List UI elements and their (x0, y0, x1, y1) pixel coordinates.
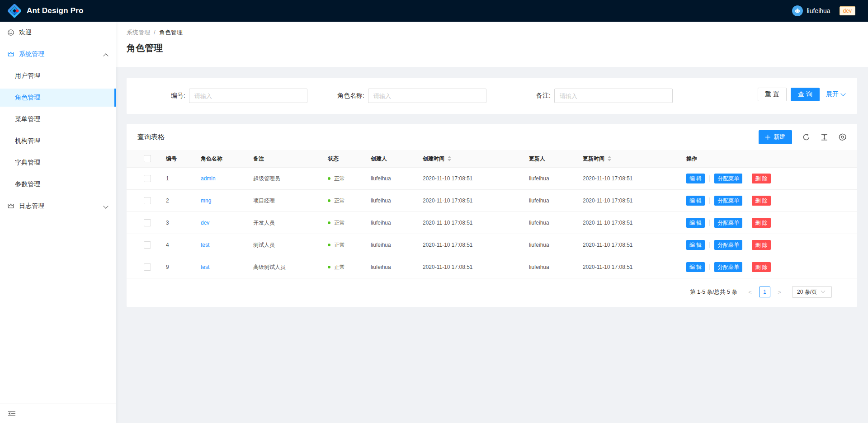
sidebar-item-system-mgmt[interactable]: 系统管理 (0, 45, 116, 63)
edit-button[interactable]: 编 辑 (686, 196, 705, 206)
pagination: 第 1-5 条/总共 5 条 < 1 > 20 条/页 (127, 287, 857, 297)
role-name-input[interactable] (368, 89, 486, 103)
assign-menu-button[interactable]: 分配菜单 (714, 174, 742, 183)
sidebar-footer (0, 404, 116, 423)
row-checkbox[interactable] (144, 175, 151, 182)
sidebar-item-dict-mgmt[interactable]: 字典管理 (0, 154, 116, 172)
sorter-icon[interactable] (608, 156, 611, 161)
edit-button[interactable]: 编 辑 (686, 240, 705, 250)
settings-gear-icon[interactable] (839, 133, 846, 141)
remark-input[interactable] (554, 89, 673, 103)
query-button[interactable]: 查 询 (791, 88, 820, 101)
page-size-select[interactable]: 20 条/页 (792, 286, 832, 298)
field-label: 角色名称: (316, 92, 368, 100)
menu-fold-icon[interactable] (7, 409, 16, 418)
breadcrumb-item[interactable]: 系统管理 (127, 29, 150, 36)
new-button[interactable]: 新建 (759, 130, 792, 144)
cell-creator: liufeihua (371, 197, 423, 204)
breadcrumb-separator: / (154, 29, 156, 36)
action-divider (747, 220, 747, 226)
avatar[interactable] (792, 5, 803, 16)
cell-id: 1 (166, 175, 201, 182)
assign-menu-button[interactable]: 分配菜单 (714, 218, 742, 228)
plus-icon (765, 135, 770, 140)
cell-create-time: 2020-11-10 17:08:51 (423, 197, 529, 204)
breadcrumb-item-current: 角色管理 (159, 29, 183, 36)
status-text: 正常 (334, 219, 345, 227)
sidebar-item-label: 欢迎 (19, 28, 32, 37)
sidebar-item-org-mgmt[interactable]: 机构管理 (0, 132, 116, 150)
edit-button[interactable]: 编 辑 (686, 218, 705, 228)
chevron-down-icon (841, 92, 845, 96)
cell-creator: liufeihua (371, 242, 423, 248)
id-input[interactable] (189, 89, 307, 103)
reset-button[interactable]: 重 置 (758, 88, 787, 101)
chevron-down-icon (821, 289, 826, 293)
search-field-remark: 备注: (505, 89, 673, 103)
assign-menu-button[interactable]: 分配菜单 (714, 240, 742, 250)
sorter-icon[interactable] (448, 156, 451, 161)
crown-icon (8, 51, 14, 57)
column-header-create-time[interactable]: 创建时间 (423, 155, 529, 163)
row-checkbox[interactable] (144, 241, 151, 249)
expand-link[interactable]: 展开 (826, 90, 845, 99)
row-checkbox[interactable] (144, 263, 151, 271)
assign-menu-button[interactable]: 分配菜单 (714, 196, 742, 206)
cell-status: 正常 (328, 197, 371, 205)
sidebar-item-param-mgmt[interactable]: 参数管理 (0, 175, 116, 193)
row-checkbox[interactable] (144, 197, 151, 204)
delete-button[interactable]: 删 除 (752, 240, 770, 250)
status-text: 正常 (334, 197, 345, 205)
cell-role-name-link[interactable]: test (201, 264, 253, 270)
next-page-icon[interactable]: > (774, 287, 785, 297)
status-text: 正常 (334, 175, 345, 183)
field-label: 编号: (137, 92, 189, 100)
cell-updater: liufeihua (529, 220, 583, 226)
sidebar-item-user-mgmt[interactable]: 用户管理 (0, 67, 116, 85)
cell-create-time: 2020-11-10 17:08:51 (423, 242, 529, 248)
row-checkbox[interactable] (144, 219, 151, 226)
sidebar-item-menu-mgmt[interactable]: 菜单管理 (0, 110, 116, 128)
column-height-icon[interactable] (821, 133, 828, 141)
prev-page-icon[interactable]: < (745, 287, 755, 297)
table-title: 查询表格 (137, 133, 165, 141)
cell-role-name-link[interactable]: mng (201, 197, 253, 204)
cell-actions: 编 辑 分配菜单 删 除 (686, 262, 857, 272)
table-row: 3 dev 开发人员 正常 liufeihua 2020-11-10 17:08… (127, 212, 857, 234)
edit-button[interactable]: 编 辑 (686, 262, 705, 272)
action-divider (709, 220, 710, 226)
delete-button[interactable]: 删 除 (752, 174, 770, 183)
column-header-update-time[interactable]: 更新时间 (583, 155, 686, 163)
cell-status: 正常 (328, 219, 371, 227)
delete-button[interactable]: 删 除 (752, 262, 770, 272)
cell-remark: 项目经理 (253, 197, 328, 205)
delete-button[interactable]: 删 除 (752, 218, 770, 228)
cell-update-time: 2020-11-10 17:08:51 (583, 197, 686, 204)
cell-role-name-link[interactable]: test (201, 242, 253, 248)
logo[interactable]: Ant Design Pro (0, 4, 84, 18)
page-number-current[interactable]: 1 (759, 287, 770, 297)
cell-role-name-link[interactable]: admin (201, 175, 253, 182)
cell-create-time: 2020-11-10 17:08:51 (423, 264, 529, 270)
cell-remark: 测试人员 (253, 241, 328, 249)
cell-create-time: 2020-11-10 17:08:51 (423, 175, 529, 182)
sidebar-item-welcome[interactable]: 欢迎 (0, 24, 116, 42)
cell-role-name-link[interactable]: dev (201, 220, 253, 226)
sidebar-item-role-mgmt[interactable]: 角色管理 (0, 89, 116, 107)
select-all-checkbox[interactable] (144, 155, 151, 162)
status-dot (328, 266, 330, 268)
action-divider (709, 197, 710, 204)
delete-button[interactable]: 删 除 (752, 196, 770, 206)
assign-menu-button[interactable]: 分配菜单 (714, 262, 742, 272)
edit-button[interactable]: 编 辑 (686, 174, 705, 183)
cell-id: 9 (166, 264, 201, 270)
username[interactable]: liufeihua (807, 7, 830, 14)
column-header-actions: 操作 (686, 155, 857, 163)
cell-updater: liufeihua (529, 264, 583, 270)
action-divider (709, 242, 710, 248)
logo-title: Ant Design Pro (27, 6, 84, 15)
env-tag: dev (840, 6, 855, 15)
cell-updater: liufeihua (529, 197, 583, 204)
sidebar-item-log-mgmt[interactable]: 日志管理 (0, 197, 116, 215)
reload-icon[interactable] (802, 133, 810, 141)
